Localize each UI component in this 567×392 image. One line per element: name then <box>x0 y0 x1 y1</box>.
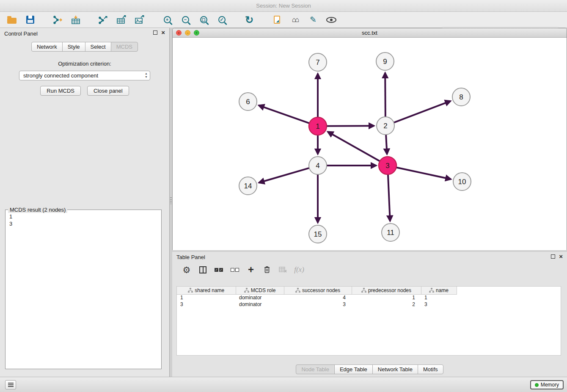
export-network-icon[interactable] <box>96 13 110 27</box>
svg-text:14: 14 <box>244 182 252 190</box>
network-window-title: scc.txt <box>362 30 377 36</box>
optimization-criterion-label: Optimization criterion: <box>0 61 169 67</box>
edge-3-10[interactable] <box>396 167 451 179</box>
minimize-window-button[interactable]: − <box>185 30 190 36</box>
graph-node-6[interactable]: 6 <box>239 93 257 110</box>
tab-node-table[interactable]: Node Table <box>296 364 335 374</box>
edge-1-6[interactable] <box>259 105 309 123</box>
edge-4-14[interactable] <box>259 168 309 183</box>
copy-network-icon[interactable] <box>270 13 284 27</box>
zoom-selected-icon[interactable]: ✓ <box>215 13 228 27</box>
column-header-successor-nodes[interactable]: successor nodes <box>284 287 352 294</box>
edge-2-8[interactable] <box>394 101 451 123</box>
close-panel-icon[interactable]: × <box>161 30 165 35</box>
graph-node-1[interactable]: 1 <box>309 117 327 135</box>
tab-style[interactable]: Style <box>62 42 85 52</box>
svg-text:3: 3 <box>385 162 389 170</box>
tab-select[interactable]: Select <box>85 42 111 52</box>
application-window: Session: New Session <box>0 0 567 392</box>
control-panel-title: Control Panel <box>4 30 38 37</box>
column-header-predecessor-nodes[interactable]: predecessor nodes <box>352 287 421 294</box>
network-branch-icon <box>98 15 108 25</box>
dropdown-stepper-icon: ▲▼ <box>145 72 148 79</box>
import-network-icon[interactable] <box>51 13 64 27</box>
table-grid-icon <box>71 15 81 25</box>
graph-node-9[interactable]: 9 <box>376 52 394 70</box>
zoom-fit-icon[interactable]: ◻ <box>197 13 210 27</box>
folder-icon <box>7 18 17 24</box>
show-hide-icon[interactable] <box>325 13 338 27</box>
network-branch-icon <box>52 15 63 25</box>
graph-node-14[interactable]: 14 <box>239 177 257 195</box>
float-table-panel-icon[interactable] <box>551 254 555 259</box>
svg-text:4: 4 <box>316 162 319 170</box>
tab-edge-table[interactable]: Edge Table <box>334 364 373 374</box>
graph-node-7[interactable]: 7 <box>309 53 327 71</box>
edge-2-9[interactable] <box>385 73 385 117</box>
memory-label: Memory <box>541 382 559 388</box>
graph-node-8[interactable]: 8 <box>452 88 470 106</box>
apply-style-icon[interactable]: ✎ <box>306 13 320 27</box>
table-row[interactable]: 3dominator323 <box>177 301 457 308</box>
floppy-icon <box>26 16 34 24</box>
edge-1-2[interactable] <box>327 126 374 126</box>
column-header-name[interactable]: name <box>421 287 457 294</box>
refresh-layout-icon[interactable]: ↻ <box>242 13 256 27</box>
show-columns-icon[interactable] <box>197 264 209 276</box>
tab-mcds[interactable]: MCDS <box>111 42 138 52</box>
column-header-shared-name[interactable]: shared name <box>177 287 236 294</box>
graph-node-2[interactable]: 2 <box>377 117 394 135</box>
edge-3-11[interactable] <box>388 174 390 221</box>
open-session-icon[interactable] <box>5 13 19 27</box>
table-settings-icon[interactable]: ⚙ <box>181 264 193 276</box>
tab-network-table[interactable]: Network Table <box>372 364 418 374</box>
graph-node-15[interactable]: 15 <box>309 225 327 243</box>
table-header-row: shared name MCDS role successor nodes pr… <box>177 287 457 294</box>
svg-text:9: 9 <box>383 58 387 66</box>
delete-column-icon[interactable] <box>261 264 273 276</box>
image-icon <box>135 15 145 25</box>
node-table: shared name MCDS role successor nodes pr… <box>176 286 561 356</box>
graph-node-4[interactable]: 4 <box>309 157 327 174</box>
export-table-icon[interactable] <box>115 13 128 27</box>
zoom-window-button[interactable]: + <box>194 30 199 36</box>
mcds-result-line: 3 <box>9 220 157 227</box>
task-history-button[interactable] <box>5 380 16 389</box>
add-column-icon[interactable]: + <box>245 264 257 276</box>
first-neighbors-icon[interactable]: ⌂⌂ <box>288 13 302 27</box>
close-table-panel-icon[interactable]: × <box>559 254 563 259</box>
close-window-button[interactable]: × <box>176 30 182 36</box>
memory-button[interactable]: Memory <box>530 380 564 389</box>
export-image-icon[interactable] <box>133 13 146 27</box>
column-header-mcds-role[interactable]: MCDS role <box>236 287 284 294</box>
zoom-out-icon[interactable]: − <box>179 13 192 27</box>
svg-text:7: 7 <box>316 58 319 66</box>
tab-network[interactable]: Network <box>31 42 63 52</box>
checked-box-icon: ✓ <box>219 268 223 272</box>
table-delete-icon <box>279 266 287 273</box>
network-canvas[interactable]: 7968124314101511 <box>173 38 567 250</box>
edge-3-1[interactable] <box>328 132 380 161</box>
mcds-result-line: 1 <box>9 213 157 220</box>
table-row[interactable]: 1dominator411 <box>177 294 457 301</box>
criterion-dropdown[interactable]: strongly connected component ▲▼ <box>19 71 150 80</box>
unselect-all-icon[interactable] <box>229 264 241 276</box>
svg-text:10: 10 <box>458 178 466 186</box>
houses-glyph: ⌂⌂ <box>292 16 298 24</box>
close-panel-button[interactable]: Close panel <box>87 86 129 96</box>
save-session-icon[interactable] <box>23 13 37 27</box>
tab-motifs[interactable]: Motifs <box>418 364 443 374</box>
graph-node-3[interactable]: 3 <box>379 157 396 174</box>
minus-glyph: − <box>184 17 187 22</box>
graph-node-10[interactable]: 10 <box>453 173 471 190</box>
graph-node-11[interactable]: 11 <box>382 224 399 241</box>
edge-2-3[interactable] <box>386 135 387 154</box>
column-type-icon <box>295 288 300 293</box>
select-all-icon[interactable]: ✓✓ <box>213 264 225 276</box>
zoom-in-icon[interactable]: + <box>160 13 174 27</box>
import-table-icon[interactable] <box>69 13 83 27</box>
run-mcds-button[interactable]: Run MCDS <box>40 86 81 96</box>
float-panel-icon[interactable] <box>153 30 157 35</box>
trash-icon <box>263 265 271 274</box>
svg-text:11: 11 <box>387 229 394 237</box>
